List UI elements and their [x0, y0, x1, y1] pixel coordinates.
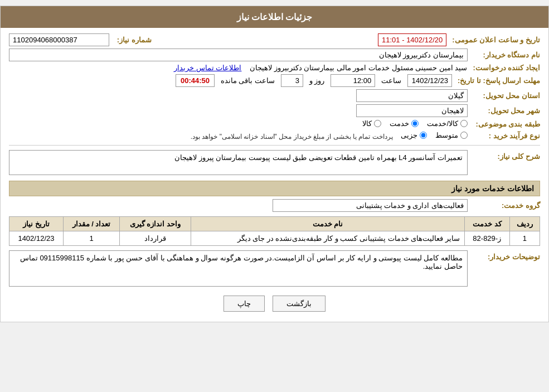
cell-service-name: سایر فعالیت‌های خدمات پشتیبانی کسب و کار…	[191, 231, 464, 246]
category-options: کالا خدمت کالا/خدمت	[9, 119, 468, 129]
purchase-type-row: نوع فرآیند خرید : جزیی متوسط پرداخت تمام…	[9, 131, 540, 141]
service-section-header: اطلاعات خدمات مورد نیاز	[9, 181, 540, 196]
city-input: لاهیجان	[356, 104, 468, 117]
buyer-org-row: نام دستگاه خریدار: بیمارستان دکتربیروز ل…	[9, 49, 540, 61]
province-input: گیلان	[356, 89, 468, 102]
buyer-org-label: نام دستگاه خریدار:	[468, 51, 540, 59]
purchase-note: پرداخت تمام یا بخشی از مبلغ خریداز محل "…	[191, 130, 393, 143]
service-table: ردیف کد خدمت نام خدمت واحد اندازه گیری ت…	[9, 216, 540, 246]
city-label: شهر محل تحویل:	[468, 107, 540, 115]
cell-service-code: ز-829-82	[464, 231, 509, 246]
purchase-type-mottavaset-radio[interactable]	[460, 132, 468, 139]
category-khadamat-label: خدمت	[390, 119, 409, 128]
category-kala-khadamat-option[interactable]: کالا/خدمت	[427, 119, 468, 128]
category-khadamat-option[interactable]: خدمت	[390, 119, 419, 128]
need-number-value: 1102094068000387	[9, 33, 109, 46]
deadline-date: 1402/12/23	[407, 74, 452, 87]
category-label: طبقه بندی موضوعی:	[468, 120, 540, 128]
province-row: استان محل تحویل: گیلان	[9, 89, 540, 102]
announcement-value: 1402/12/20 - 11:01	[152, 33, 447, 46]
table-row: 1 ز-829-82 سایر فعالیت‌های خدمات پشتیبان…	[9, 231, 540, 246]
creator-value: سید امین حسینی مسئول خدمات امور مالی بیم…	[9, 64, 467, 72]
cell-quantity: 1	[63, 231, 119, 246]
purchase-type-label: نوع فرآیند خرید :	[468, 132, 540, 140]
deadline-time-label: ساعت	[381, 76, 401, 85]
need-desc-label: شرح کلی نیاز:	[468, 152, 540, 161]
deadline-time: 12:00	[331, 74, 375, 87]
service-group-label: گروه خدمت:	[468, 201, 540, 210]
purchase-type-jozi-option[interactable]: جزیی	[401, 131, 427, 139]
category-kala-khadamat-label: کالا/خدمت	[427, 119, 458, 128]
province-value: گیلان	[9, 89, 468, 102]
buyer-notes-row: توضیحات خریدار: مطالعه کامل لیست پیوستی …	[9, 250, 540, 287]
category-kala-label: کالا	[362, 119, 372, 128]
service-group-value: فعالیت‌های اداری و خدمات پشتیبانی	[9, 199, 468, 212]
announcement-row: تاریخ و ساعت اعلان عمومی: 1402/12/20 - 1…	[9, 33, 540, 46]
service-group-input: فعالیت‌های اداری و خدمات پشتیبانی	[273, 199, 468, 212]
page-wrapper: جزئیات اطلاعات نیاز تاریخ و ساعت اعلان ع…	[0, 6, 549, 322]
cell-unit: قرارداد	[120, 231, 191, 246]
category-kala-khadamat-radio[interactable]	[460, 120, 468, 127]
main-content: تاریخ و ساعت اعلان عمومی: 1402/12/20 - 1…	[1, 28, 548, 322]
buyer-org-input: بیمارستان دکتربیروز لاهیجان	[9, 49, 468, 61]
service-group-row: گروه خدمت: فعالیت‌های اداری و خدمات پشتی…	[9, 199, 540, 212]
purchase-type-fields: جزیی متوسط پرداخت تمام یا بخشی از مبلغ خ…	[9, 131, 468, 141]
deadline-label: مهلت ارسال پاسخ: تا تاریخ:	[452, 76, 540, 85]
divider-1	[9, 145, 540, 146]
col-service-code: کد خدمت	[464, 217, 509, 231]
buyer-notes-label: توضیحات خریدار:	[468, 253, 540, 261]
cell-row-num: 1	[509, 231, 540, 246]
table-header-row: ردیف کد خدمت نام خدمت واحد اندازه گیری ت…	[9, 217, 540, 231]
need-desc-value: تعمیرات آسانسور L4 بهمراه تامین قطعات تع…	[9, 150, 468, 175]
purchase-type-radio-group: جزیی متوسط	[401, 131, 468, 139]
buyer-notes-textarea: مطالعه کامل لیست پیوستی و ارایه کار بر ا…	[9, 250, 468, 287]
category-radio-group: کالا خدمت کالا/خدمت	[362, 119, 468, 128]
category-kala-radio[interactable]	[374, 120, 381, 127]
need-desc-textarea: تعمیرات آسانسور L4 بهمراه تامین قطعات تع…	[9, 150, 468, 175]
page-header: جزئیات اطلاعات نیاز	[1, 6, 548, 28]
category-kala-option[interactable]: کالا	[362, 119, 381, 128]
creator-label: ایجاد کننده درخواست:	[467, 64, 540, 72]
creator-text: سید امین حسینی مسئول خدمات امور مالی بیم…	[250, 64, 468, 72]
print-button[interactable]: چاپ	[224, 296, 265, 312]
col-row-num: ردیف	[509, 217, 540, 231]
announcement-label: تاریخ و ساعت اعلان عمومی:	[446, 36, 540, 44]
purchase-type-mottavaset-label: متوسط	[435, 131, 458, 139]
purchase-type-jozi-label: جزیی	[401, 131, 417, 139]
creator-row: ایجاد کننده درخواست: سید امین حسینی مسئو…	[9, 64, 540, 72]
creator-contact-link[interactable]: اطلاعات تماس خریدار	[174, 64, 241, 72]
purchase-type-mottavaset-option[interactable]: متوسط	[435, 131, 468, 139]
page-title: جزئیات اطلاعات نیاز	[237, 12, 313, 22]
col-date: تاریخ نیاز	[9, 217, 64, 231]
buyer-org-value: بیمارستان دکتربیروز لاهیجان	[9, 49, 468, 61]
city-row: شهر محل تحویل: لاهیجان	[9, 104, 540, 117]
buyer-notes-value: مطالعه کامل لیست پیوستی و ارایه کار بر ا…	[9, 250, 468, 287]
category-khadamat-radio[interactable]	[411, 120, 419, 127]
deadline-days-label: روز و	[309, 76, 325, 85]
deadline-remaining-label: ساعت باقی مانده	[221, 76, 275, 85]
back-button[interactable]: بازگشت	[273, 296, 325, 312]
deadline-fields: 1402/12/23 ساعت 12:00 روز و 3 ساعت باقی …	[9, 74, 452, 87]
category-row: طبقه بندی موضوعی: کالا خدمت کالا/خدمت	[9, 119, 540, 129]
col-unit: واحد اندازه گیری	[120, 217, 191, 231]
col-quantity: تعداد / مقدار	[63, 217, 119, 231]
need-number-label: شماره نیاز:	[111, 36, 152, 44]
deadline-days: 3	[281, 74, 303, 87]
deadline-remaining: 00:44:50	[176, 74, 215, 87]
col-service-name: نام خدمت	[191, 217, 464, 231]
need-desc-row: شرح کلی نیاز: تعمیرات آسانسور L4 بهمراه …	[9, 150, 540, 175]
city-value: لاهیجان	[9, 104, 468, 117]
cell-date: 1402/12/23	[9, 231, 64, 246]
deadline-row: مهلت ارسال پاسخ: تا تاریخ: 1402/12/23 سا…	[9, 74, 540, 87]
buttons-row: بازگشت چاپ	[9, 289, 540, 316]
announcement-date: 1402/12/20 - 11:01	[378, 33, 446, 46]
purchase-type-jozi-radio[interactable]	[420, 132, 427, 139]
province-label: استان محل تحویل:	[468, 91, 540, 100]
